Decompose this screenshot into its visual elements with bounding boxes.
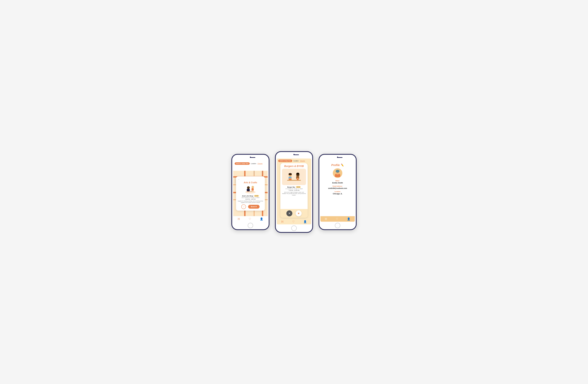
name-value[interactable]: Emilia Smith (323, 182, 353, 184)
map-content: N Kenmore Ave N Halsted St N Halsted St … (233, 166, 268, 216)
venue-name: Artie's Art Shop (242, 195, 253, 197)
distance-badge: 1.0 mi (254, 195, 259, 197)
svg-point-37 (336, 170, 339, 173)
nav-favorites-icon[interactable]: ♡ (249, 217, 251, 221)
email-label: Email Address: (323, 185, 353, 187)
nav-profile-icon[interactable]: 👤 (260, 217, 263, 221)
phone1-header: Switch to Swipe View Location: Chicago (233, 161, 268, 166)
event-time: 2:00 PM - 4:00 PM (238, 199, 263, 200)
phone-speaker3 (337, 157, 342, 158)
swipe-distance-badge: 0.3 mi (296, 186, 301, 188)
profile-location-field: Location: Chicago, IL (323, 191, 353, 195)
nav-profile-icon3[interactable]: 👤 (347, 217, 350, 221)
svg-text:N Halsted St: N Halsted St (253, 171, 254, 175)
nav-profile-icon2[interactable]: 👤 (303, 220, 307, 223)
card-actions: ♡ Book it! (238, 204, 263, 209)
phone3-bottom-nav: ℍ ♡ 👤 (320, 216, 355, 222)
nav-favorites-icon3[interactable]: ♡ (336, 217, 338, 221)
name-label: Name: (323, 180, 353, 182)
phone-speaker (250, 157, 255, 158)
svg-point-17 (252, 186, 254, 188)
event-title: Arts & Crafts (238, 182, 263, 184)
profile-avatar (333, 168, 342, 178)
phone2-bottom-nav: ℍ ♡ 👤 (277, 219, 311, 224)
home-button[interactable] (248, 223, 253, 228)
location-value3[interactable]: Chicago, IL (323, 193, 353, 195)
swipe-venue-address: 1 N Sheffield St, Chicago, IL, 60603 (282, 188, 306, 189)
swipe-event-time: 7:30 PM - 10:30 PM (282, 190, 306, 191)
svg-rect-18 (252, 188, 254, 191)
svg-point-34 (296, 173, 299, 175)
svg-point-41 (338, 173, 339, 173)
switch-to-map-button[interactable]: Switch to Map View (278, 160, 292, 162)
profile-email-field: Email Address: smith36@outlook.com (323, 185, 353, 189)
swipe-venue-name: Burger Bar (287, 186, 295, 188)
location-label3: Location: (323, 191, 353, 192)
back-arrow[interactable]: ← (238, 178, 263, 181)
svg-point-13 (247, 186, 250, 189)
location-value2[interactable]: Chicago (300, 160, 305, 162)
phones-container: Switch to Swipe View Location: Chicago (231, 151, 357, 233)
nav-home-icon2[interactable]: ℍ (281, 220, 284, 223)
phone3-screen: Profile ✏️ (320, 161, 355, 222)
svg-point-40 (336, 173, 337, 173)
phone-map: Switch to Swipe View Location: Chicago (231, 154, 270, 230)
swipe-card-image (282, 169, 306, 185)
svg-rect-32 (297, 178, 299, 179)
profile-content: Profile ✏️ (320, 161, 355, 216)
phone2-header: Switch to Map View Location: Chicago (277, 159, 311, 163)
phone-swipe: Switch to Map View Location: Chicago Bur… (275, 151, 313, 233)
home-button2[interactable] (291, 225, 297, 231)
svg-point-22 (252, 191, 252, 192)
burger-illustration (286, 170, 302, 184)
phone2-screen: Switch to Map View Location: Chicago Bur… (277, 159, 311, 224)
nav-home-icon[interactable]: ℍ (238, 217, 240, 221)
map-background: N Kenmore Ave N Halsted St N Halsted St … (233, 171, 268, 216)
profile-name-field: Name: Emilia Smith (323, 180, 353, 184)
svg-point-20 (247, 191, 248, 192)
swipe-card-title: Burgers & BYOB (282, 165, 306, 168)
map-event-card: ← Arts & Crafts (236, 176, 265, 211)
avatar-illustration (334, 169, 342, 177)
nav-home-icon3[interactable]: ℍ (325, 217, 327, 221)
phone1-bottom-nav: ℍ ♡ 👤 (233, 216, 268, 222)
home-button3[interactable] (335, 223, 340, 228)
location-prefix: Location: (251, 163, 256, 164)
favorite-button[interactable]: ♡ (241, 204, 246, 209)
venue-address: 130 E Halsted St, Chicago, IL, 60603 (238, 197, 263, 198)
nav-favorites-icon2[interactable]: ♡ (292, 220, 295, 223)
dislike-button[interactable]: ✕ (286, 210, 292, 216)
svg-rect-16 (249, 189, 250, 191)
swipe-actions: ✕ ♥ (280, 209, 308, 218)
location-value[interactable]: Chicago (257, 163, 263, 164)
arts-crafts-illustration (244, 185, 256, 194)
book-button[interactable]: Book it! (248, 205, 260, 209)
swipe-card: Burgers & BYOB (280, 163, 308, 218)
svg-text:N Halsted St: N Halsted St (262, 171, 263, 175)
swipe-venue-info: Burger Bar 0.3 mi (282, 186, 306, 188)
profile-title: Profile ✏️ (323, 163, 353, 167)
like-button[interactable]: ♥ (296, 210, 302, 216)
svg-point-33 (289, 173, 292, 175)
event-description: Supplies for drawing, painting, and croc… (238, 201, 263, 203)
svg-rect-15 (247, 189, 248, 191)
swipe-event-description: Join us for a night of burgers, booze, a… (282, 192, 306, 196)
phone-profile: Profile ✏️ (318, 154, 357, 230)
svg-rect-28 (289, 178, 292, 179)
phone1-screen: Switch to Swipe View Location: Chicago (233, 161, 268, 222)
location-prefix2: Location: (293, 160, 299, 162)
venue-info: Artie's Art Shop 1.0 mi (238, 195, 263, 197)
switch-to-swipe-button[interactable]: Switch to Swipe View (235, 162, 250, 165)
svg-text:N Kenmore Ave: N Kenmore Ave (235, 177, 236, 184)
svg-point-21 (250, 191, 250, 192)
email-value[interactable]: smith36@outlook.com (323, 187, 353, 189)
phone-speaker (294, 154, 299, 155)
